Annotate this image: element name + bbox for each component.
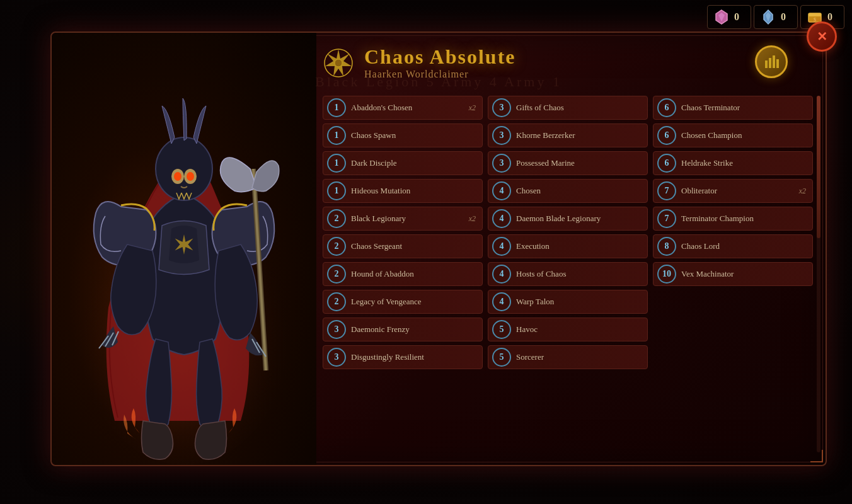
card-item[interactable]: 7Obliteratorx2: [653, 179, 813, 203]
card-item[interactable]: 2Legacy of Vengeance: [323, 290, 483, 314]
card-name: Chosen Champion: [681, 130, 806, 140]
card-item[interactable]: 3Gifts of Chaos: [488, 96, 648, 120]
svg-point-16: [335, 59, 342, 67]
card-name: Chaos Spawn: [351, 130, 476, 140]
panel-header: Chaos Absolute Haarken Worldclaimer: [323, 45, 788, 80]
cards-area: 1Abaddon's Chosenx21Chaos Spawn1Dark Dis…: [323, 96, 813, 452]
card-number: 1: [327, 181, 346, 200]
card-name: Black Legionary: [351, 214, 464, 224]
card-count: x2: [799, 186, 806, 196]
title-block: Chaos Absolute Haarken Worldclaimer: [364, 45, 788, 80]
card-name: Chaos Lord: [681, 241, 806, 251]
main-panel: ✕: [50, 32, 827, 466]
card-number: 2: [327, 209, 346, 228]
card-number: 2: [327, 265, 346, 284]
card-number: 8: [657, 237, 676, 256]
card-item[interactable]: 1Chaos Spawn: [323, 123, 483, 147]
card-item[interactable]: 4Warp Talon: [488, 290, 648, 314]
scroll-thumb[interactable]: [817, 96, 820, 238]
card-name: Gifts of Chaos: [516, 103, 641, 113]
card-column-0: 1Abaddon's Chosenx21Chaos Spawn1Dark Dis…: [323, 96, 483, 369]
svg-rect-19: [773, 55, 775, 68]
card-column-2: 6Chaos Terminator6Chosen Champion6Heldra…: [653, 96, 813, 369]
card-item[interactable]: 10Vex Machinator: [653, 262, 813, 286]
card-name: Hosts of Chaos: [516, 269, 641, 279]
card-name: Heldrake Strike: [681, 158, 806, 168]
crystal-value: 0: [781, 11, 786, 23]
card-item[interactable]: 3Khorne Berzerker: [488, 123, 648, 147]
card-name: Hound of Abaddon: [351, 269, 476, 279]
card-name: Possessed Marine: [516, 158, 641, 168]
card-count: x2: [469, 103, 476, 113]
card-name: Obliterator: [681, 186, 794, 196]
card-number: 5: [492, 320, 511, 339]
card-number: 6: [657, 126, 676, 145]
card-item[interactable]: 2Chaos Sergeant: [323, 234, 483, 258]
card-count: x2: [469, 214, 476, 224]
card-item[interactable]: 3Daemonic Frenzy: [323, 318, 483, 341]
card-number: 7: [657, 181, 676, 200]
card-item[interactable]: 3Disgustingly Resilient: [323, 345, 483, 369]
card-name: Disgustingly Resilient: [351, 352, 476, 362]
card-item[interactable]: 6Heldrake Strike: [653, 151, 813, 175]
scroll-indicator: [817, 96, 820, 452]
svg-point-14: [187, 172, 194, 181]
crystal-icon: [759, 8, 777, 26]
card-item[interactable]: 1Dark Disciple: [323, 151, 483, 175]
card-item[interactable]: 2Black Legionaryx2: [323, 207, 483, 231]
gem-resource: 0: [707, 5, 751, 29]
card-item[interactable]: 1Abaddon's Chosenx2: [323, 96, 483, 120]
card-number: 10: [657, 265, 676, 284]
card-item[interactable]: 8Chaos Lord: [653, 234, 813, 258]
panel-subtitle: Haarken Worldclaimer: [364, 69, 788, 80]
card-number: 6: [657, 154, 676, 173]
stats-button[interactable]: [755, 45, 788, 78]
card-item[interactable]: 5Havoc: [488, 318, 648, 341]
card-number: 4: [492, 209, 511, 228]
card-item[interactable]: 4Chosen: [488, 179, 648, 203]
card-item[interactable]: 7Terminator Champion: [653, 207, 813, 231]
svg-point-10: [156, 137, 212, 200]
card-number: 4: [492, 237, 511, 256]
gem-icon: [713, 8, 730, 26]
card-item[interactable]: 2Hound of Abaddon: [323, 262, 483, 286]
card-number: 5: [492, 348, 511, 367]
svg-rect-20: [776, 59, 779, 68]
card-item[interactable]: 6Chosen Champion: [653, 123, 813, 147]
card-name: Terminator Champion: [681, 214, 806, 224]
card-number: 1: [327, 126, 346, 145]
svg-rect-17: [765, 60, 768, 68]
card-name: Hideous Mutation: [351, 186, 476, 196]
card-item[interactable]: 5Sorcerer: [488, 345, 648, 369]
card-name: Chaos Sergeant: [351, 241, 476, 251]
panel-title: Chaos Absolute: [364, 45, 788, 69]
card-item[interactable]: 6Chaos Terminator: [653, 96, 813, 120]
card-number: 3: [492, 126, 511, 145]
card-number: 2: [327, 237, 346, 256]
card-item[interactable]: 1Hideous Mutation: [323, 179, 483, 203]
card-name: Sorcerer: [516, 352, 641, 362]
card-name: Chaos Terminator: [681, 103, 806, 113]
card-item[interactable]: 4Hosts of Chaos: [488, 262, 648, 286]
card-number: 7: [657, 209, 676, 228]
gold-value: 0: [827, 11, 832, 23]
gem-value: 0: [734, 11, 739, 23]
crystal-resource: 0: [754, 5, 798, 29]
card-number: 1: [327, 98, 346, 117]
svg-rect-18: [769, 58, 771, 68]
card-item[interactable]: 4Execution: [488, 234, 648, 258]
card-item[interactable]: 4Daemon Blade Legionary: [488, 207, 648, 231]
card-name: Daemonic Frenzy: [351, 324, 476, 335]
card-number: 4: [492, 265, 511, 284]
card-name: Daemon Blade Legionary: [516, 214, 641, 224]
card-number: 1: [327, 154, 346, 173]
card-number: 3: [492, 98, 511, 117]
svg-rect-5: [809, 13, 821, 16]
card-number: 3: [327, 320, 346, 339]
chaos-star-icon: [323, 47, 354, 79]
card-number: 3: [327, 348, 346, 367]
card-name: Vex Machinator: [681, 269, 806, 279]
close-button[interactable]: ✕: [807, 21, 837, 52]
card-item[interactable]: 3Possessed Marine: [488, 151, 648, 175]
character-art: [52, 33, 316, 465]
